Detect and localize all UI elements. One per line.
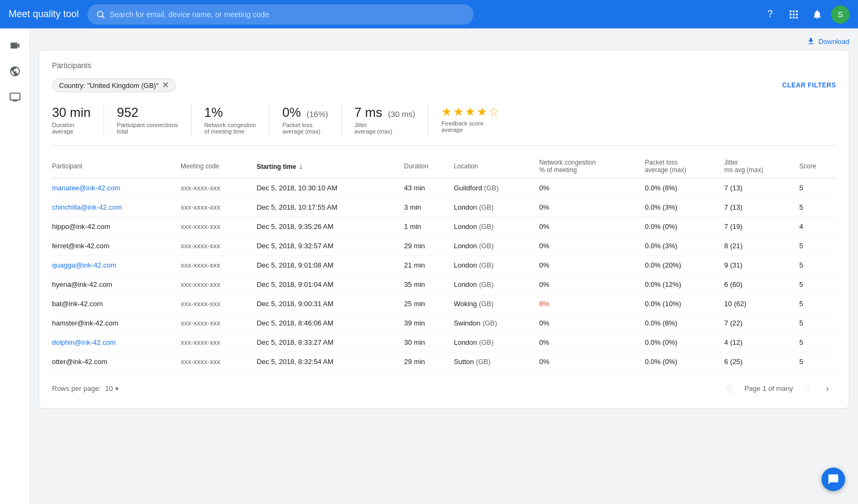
card-title: Participants bbox=[52, 61, 836, 70]
avatar[interactable]: S bbox=[831, 5, 849, 24]
cell-meeting-code: xxx-xxxx-xxx bbox=[181, 178, 257, 197]
cell-packet-loss: 0.0% (12%) bbox=[645, 275, 724, 294]
cell-meeting-code: xxx-xxxx-xxx bbox=[181, 236, 257, 255]
cell-location: Swindon (GB) bbox=[454, 313, 539, 332]
cell-jitter: 8 (21) bbox=[724, 236, 800, 255]
filter-chip-country[interactable]: Country: "United Kingdom (GB)" ✕ bbox=[52, 78, 176, 92]
cell-meeting-code: xxx-xxxx-xxx bbox=[181, 332, 257, 352]
stat-connections-value: 952 bbox=[117, 105, 178, 121]
filter-row: Country: "United Kingdom (GB)" ✕ CLEAR F… bbox=[52, 78, 836, 92]
notifications-button[interactable] bbox=[808, 5, 827, 24]
svg-line-1 bbox=[102, 16, 104, 18]
table-row: bat@ink-42.com xxx-xxxx-xxx Dec 5, 2018,… bbox=[52, 294, 836, 313]
sidebar-item-video[interactable] bbox=[4, 35, 26, 56]
stat-jitter-label: Jitter bbox=[354, 122, 416, 128]
table-row: hippo@ink-42.com xxx-xxxx-xxx Dec 5, 201… bbox=[52, 217, 836, 236]
cell-duration: 43 min bbox=[404, 178, 454, 197]
col-network-congestion: Network congestion% of meeting bbox=[539, 154, 645, 179]
stat-jitter: 7 ms (30 ms) Jitter average (max) bbox=[354, 103, 429, 137]
col-score: Score bbox=[800, 154, 836, 179]
prev-page-button[interactable]: ‹ bbox=[800, 380, 817, 397]
stat-pl-label: Packet loss bbox=[282, 122, 328, 128]
download-icon bbox=[807, 37, 815, 46]
stat-connections: 952 Participant connections total bbox=[117, 103, 191, 137]
table-row: otter@ink-42.com xxx-xxxx-xxx Dec 5, 201… bbox=[52, 352, 836, 371]
table-row: hyena@ink-42.com xxx-xxxx-xxx Dec 5, 201… bbox=[52, 275, 836, 294]
stat-pl-sublabel: average (max) bbox=[282, 128, 328, 135]
svg-rect-4 bbox=[796, 10, 797, 12]
pagination-nav: ⟨| Page 1 of many ‹ › bbox=[721, 380, 836, 397]
cell-location: London (GB) bbox=[454, 236, 539, 255]
cell-starting-time: Dec 5, 2018, 9:32:57 AM bbox=[257, 236, 404, 255]
cell-starting-time: Dec 5, 2018, 8:46:06 AM bbox=[257, 313, 404, 332]
col-starting-time[interactable]: Starting time ↓ bbox=[257, 154, 404, 179]
cell-participant: ferret@ink-42.com bbox=[52, 236, 181, 255]
help-button[interactable]: ? bbox=[760, 5, 780, 24]
stat-nc-sublabel: of meeting time bbox=[204, 128, 256, 135]
download-label: Download bbox=[818, 38, 849, 46]
cell-participant[interactable]: quagga@ink-42.com bbox=[52, 255, 181, 275]
cell-network-congestion: 0% bbox=[539, 236, 645, 255]
col-location: Location bbox=[454, 154, 539, 179]
cell-starting-time: Dec 5, 2018, 9:35:26 AM bbox=[257, 217, 404, 236]
download-button[interactable]: Download bbox=[807, 37, 849, 46]
svg-rect-8 bbox=[790, 17, 792, 18]
stat-duration-sublabel: average bbox=[52, 128, 91, 135]
cell-score: 5 bbox=[800, 236, 836, 255]
table-body: manatee@ink-42.com xxx-xxxx-xxx Dec 5, 2… bbox=[52, 178, 836, 371]
stat-duration-value: 30 min bbox=[52, 105, 91, 121]
stat-feedback-label: Feedback score bbox=[441, 120, 500, 127]
chat-fab[interactable] bbox=[822, 468, 845, 491]
cell-packet-loss: 0.0% (0%) bbox=[645, 352, 724, 371]
cell-participant[interactable]: chinchilla@ink-42.com bbox=[52, 197, 181, 217]
cell-packet-loss: 0.0% (3%) bbox=[645, 236, 724, 255]
rows-per-page: Rows per page: 10 ▾ bbox=[52, 384, 119, 392]
svg-rect-3 bbox=[793, 10, 794, 12]
svg-rect-9 bbox=[793, 17, 794, 18]
cell-participant[interactable]: manatee@ink-42.com bbox=[52, 178, 181, 197]
cell-jitter: 7 (22) bbox=[724, 313, 800, 332]
cell-jitter: 7 (13) bbox=[724, 197, 800, 217]
cell-participant: bat@ink-42.com bbox=[52, 294, 181, 313]
participants-table: Participant Meeting code Starting time ↓… bbox=[52, 154, 836, 372]
cell-network-congestion: 0% bbox=[539, 255, 645, 275]
cell-score: 5 bbox=[800, 332, 836, 352]
search-input[interactable] bbox=[109, 10, 465, 19]
stat-pl-value: 0% (16%) bbox=[282, 105, 328, 121]
stat-network-congestion: 1% Network congestion of meeting time bbox=[204, 103, 270, 137]
cell-meeting-code: xxx-xxxx-xxx bbox=[181, 197, 257, 217]
cell-network-congestion: 0% bbox=[539, 178, 645, 197]
cell-duration: 1 min bbox=[404, 217, 454, 236]
clear-filters-button[interactable]: CLEAR FILTERS bbox=[782, 81, 836, 89]
stat-connections-sublabel: total bbox=[117, 128, 178, 135]
cell-participant[interactable]: dolphin@ink-42.com bbox=[52, 332, 181, 352]
cell-participant: hippo@ink-42.com bbox=[52, 217, 181, 236]
rows-per-page-label: Rows per page: bbox=[52, 384, 101, 392]
cell-jitter: 9 (31) bbox=[724, 255, 800, 275]
cell-packet-loss: 0.0% (3%) bbox=[645, 197, 724, 217]
cell-jitter: 6 (25) bbox=[724, 352, 800, 371]
stat-jitter-value: 7 ms (30 ms) bbox=[354, 105, 416, 121]
app-header: Meet quality tool ? S bbox=[0, 0, 858, 28]
cell-network-congestion: 0% bbox=[539, 197, 645, 217]
filter-chip-remove[interactable]: ✕ bbox=[162, 81, 169, 90]
cell-score: 5 bbox=[800, 294, 836, 313]
cell-duration: 29 min bbox=[404, 352, 454, 371]
stat-feedback: ★★★★☆ Feedback score average bbox=[441, 103, 513, 137]
cell-score: 4 bbox=[800, 217, 836, 236]
first-page-button[interactable]: ⟨| bbox=[721, 380, 738, 397]
monitor-icon bbox=[9, 91, 21, 103]
sidebar-item-monitor[interactable] bbox=[4, 86, 26, 108]
cell-jitter: 7 (19) bbox=[724, 217, 800, 236]
table-row: hamster@ink-42.com xxx-xxxx-xxx Dec 5, 2… bbox=[52, 313, 836, 332]
cell-starting-time: Dec 5, 2018, 10:17:55 AM bbox=[257, 197, 404, 217]
cell-duration: 21 min bbox=[404, 255, 454, 275]
rows-per-page-value: 10 bbox=[105, 384, 113, 392]
rows-per-page-select[interactable]: 10 ▾ bbox=[105, 384, 118, 392]
cell-network-congestion: 0% bbox=[539, 275, 645, 294]
next-page-button[interactable]: › bbox=[819, 380, 836, 397]
search-bar[interactable] bbox=[87, 4, 474, 25]
stat-nc-label: Network congestion bbox=[204, 122, 256, 128]
sidebar-item-user[interactable] bbox=[4, 61, 26, 82]
apps-button[interactable] bbox=[784, 5, 803, 24]
